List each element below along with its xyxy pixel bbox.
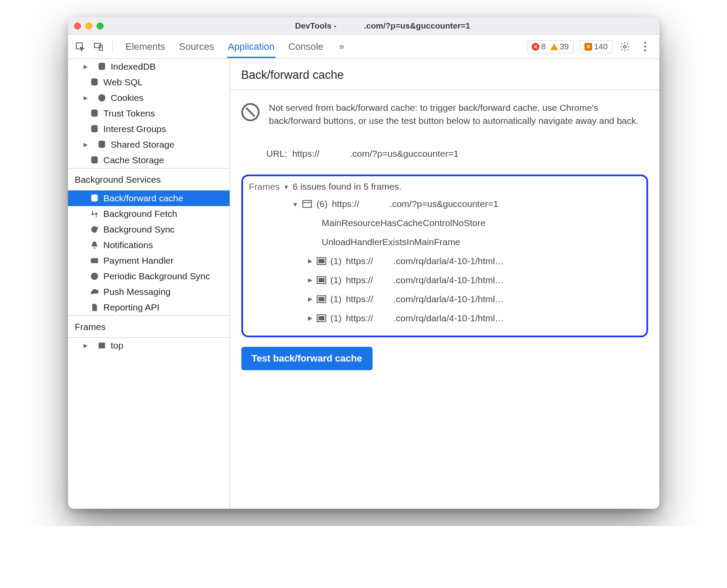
sidebar-item-payment-handler[interactable]: Payment Handler — [68, 253, 230, 268]
database-icon — [97, 62, 107, 71]
url-label: URL: — [266, 149, 287, 158]
tab-application[interactable]: Application — [227, 35, 276, 58]
sidebar-item-back-forward-cache[interactable]: Back/forward cache — [68, 191, 230, 206]
more-tabs-button[interactable]: » — [336, 41, 347, 52]
subframe-url: https:// .com/rq/darla/4-10-1/html… — [346, 294, 504, 304]
not-cached-explanation: Not served from back/forward cache: to t… — [269, 101, 648, 128]
main-content: Not served from back/forward cache: to t… — [230, 90, 659, 381]
settings-icon[interactable] — [619, 41, 631, 53]
frame-icon — [302, 200, 312, 208]
devtools-toolbar: Elements Sources Application Console » ✕… — [68, 35, 659, 59]
chevron-down-icon: ▼ — [292, 201, 299, 208]
frames-issues-box: Frames ▼ 6 issues found in 5 frames. ▼ (… — [241, 174, 648, 337]
errors-warnings-badge[interactable]: ✕8 39 — [527, 40, 574, 53]
svg-point-7 — [100, 97, 101, 98]
zoom-window-button[interactable] — [97, 23, 104, 29]
sidebar-item-label: Trust Tokens — [104, 108, 155, 119]
subframe-url: https:// .com/rq/darla/4-10-1/html… — [346, 313, 504, 323]
sidebar-item-label: top — [111, 340, 123, 351]
database-icon — [90, 155, 99, 165]
tab-elements[interactable]: Elements — [125, 35, 166, 58]
bfcache-reason[interactable]: UnloadHandlerExistsInMainFrame — [292, 233, 640, 252]
minimize-window-button[interactable] — [85, 23, 92, 29]
bell-icon — [90, 240, 99, 250]
sidebar-item-periodic-background-sync[interactable]: Periodic Background Sync — [68, 268, 230, 284]
top-frame-count: (6) — [316, 199, 328, 209]
svg-point-8 — [102, 96, 103, 97]
inspect-element-icon[interactable] — [74, 41, 86, 53]
error-icon: ✕ — [532, 43, 539, 51]
background-services-tree: Back/forward cacheBackground FetchBackgr… — [68, 191, 230, 315]
warning-icon — [550, 43, 558, 50]
url-value: https:// .com/?p=us&guccounter=1 — [292, 149, 458, 158]
window-titlebar: DevTools - .com/?p=us&guccounter=1 — [68, 17, 659, 35]
sidebar-item-label: Payment Handler — [104, 255, 174, 266]
sidebar-item-push-messaging[interactable]: Push Messaging — [68, 284, 230, 300]
sidebar-item-label: Reporting API — [104, 302, 160, 313]
tab-sources[interactable]: Sources — [178, 35, 215, 58]
sidebar-item-indexeddb[interactable]: IndexedDB — [68, 59, 230, 74]
iframe-icon — [317, 314, 326, 322]
sidebar-item-background-sync[interactable]: Background Sync — [68, 222, 230, 237]
url-row: URL: https:// .com/?p=us&guccounter=1 — [241, 138, 648, 169]
tab-console[interactable]: Console — [288, 35, 325, 58]
subframe-row[interactable]: ▶ (1) https:// .com/rq/darla/4-10-1/html… — [292, 290, 640, 309]
svg-point-10 — [101, 99, 101, 100]
clock-icon — [90, 271, 99, 281]
frame-icon — [97, 341, 107, 350]
error-count: 8 — [541, 42, 546, 52]
bfcache-reason[interactable]: MainResourceHasCacheControlNoStore — [292, 213, 640, 233]
page-title: Back/forward cache — [230, 59, 659, 90]
sidebar-item-label: Interest Groups — [104, 124, 166, 134]
sidebar-section-background-services: Background Services — [68, 168, 230, 191]
sidebar-item-shared-storage[interactable]: Shared Storage — [68, 137, 230, 152]
svg-point-3 — [623, 45, 626, 48]
subframe-url: https:// .com/rq/darla/4-10-1/html… — [346, 275, 504, 285]
subframe-row[interactable]: ▶ (1) https:// .com/rq/darla/4-10-1/html… — [292, 271, 640, 290]
frames-label: Frames — [249, 181, 280, 192]
sidebar-item-label: Background Sync — [104, 224, 175, 235]
sidebar-item-frame-top[interactable]: top — [68, 338, 230, 353]
sidebar-item-cache-storage[interactable]: Cache Storage — [68, 152, 230, 168]
chevron-right-icon: ▶ — [308, 277, 312, 283]
traffic-lights — [74, 23, 104, 29]
frames-summary: 6 issues found in 5 frames. — [293, 181, 402, 192]
frames-header[interactable]: Frames ▼ 6 issues found in 5 frames. — [249, 181, 640, 192]
iframe-icon — [317, 276, 326, 284]
messages-badge[interactable]: ✕140 — [580, 40, 613, 53]
database-icon — [90, 124, 99, 134]
subframe-url: https:// .com/rq/darla/4-10-1/html… — [346, 256, 504, 266]
window-title: DevTools - .com/?p=us&guccounter=1 — [112, 21, 653, 31]
panel-tabs: Elements Sources Application Console » — [125, 35, 523, 58]
sidebar-item-notifications[interactable]: Notifications — [68, 237, 230, 253]
subframe-row[interactable]: ▶ (1) https:// .com/rq/darla/4-10-1/html… — [292, 252, 640, 271]
close-window-button[interactable] — [74, 23, 81, 29]
sidebar-section-frames: Frames — [68, 315, 230, 338]
subframe-count: (1) — [331, 275, 342, 285]
database-icon — [97, 140, 107, 149]
cookie-icon — [97, 93, 107, 103]
test-bfcache-button[interactable]: Test back/forward cache — [241, 347, 373, 370]
chevron-right-icon: ▶ — [308, 315, 312, 321]
subframe-count: (1) — [331, 294, 342, 304]
sidebar-item-cookies[interactable]: Cookies — [68, 90, 230, 106]
toggle-device-toolbar-icon[interactable] — [92, 41, 104, 53]
sidebar-item-trust-tokens[interactable]: Trust Tokens — [68, 106, 230, 121]
svg-rect-16 — [91, 258, 97, 263]
database-icon — [90, 109, 99, 118]
messages-icon: ✕ — [584, 43, 592, 51]
devtools-window: DevTools - .com/?p=us&guccounter=1 Eleme… — [68, 17, 659, 509]
sidebar-item-reporting-api[interactable]: Reporting API — [68, 300, 230, 315]
sidebar-item-label: Periodic Background Sync — [104, 271, 210, 281]
card-icon — [90, 256, 99, 265]
sidebar-item-web-sql[interactable]: Web SQL — [68, 74, 230, 90]
sidebar-item-interest-groups[interactable]: Interest Groups — [68, 121, 230, 137]
more-options-icon[interactable]: ⋮ — [637, 40, 653, 53]
subframe-row[interactable]: ▶ (1) https:// .com/rq/darla/4-10-1/html… — [292, 309, 640, 328]
sidebar-item-label: Cookies — [111, 93, 144, 103]
top-frame-row[interactable]: ▼ (6) https:// .com/?p=us&guccounter=1 — [292, 194, 640, 213]
sidebar-item-label: Cache Storage — [104, 155, 164, 165]
iframe-icon — [317, 257, 326, 265]
warning-count: 39 — [560, 42, 569, 52]
sidebar-item-background-fetch[interactable]: Background Fetch — [68, 206, 230, 222]
